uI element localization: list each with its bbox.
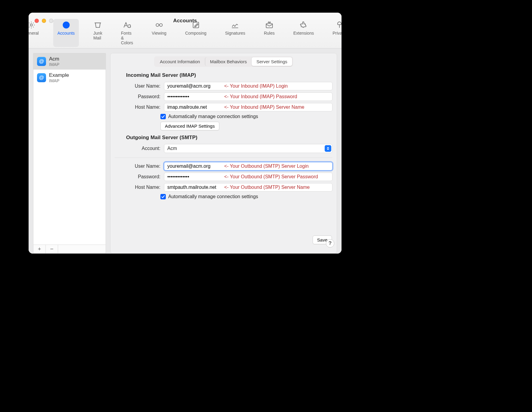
accounts-list: @ Acm IMAP@ Example IMAP xyxy=(33,53,106,245)
toolbar-item-accounts[interactable]: @ Accounts xyxy=(53,19,79,47)
account-name: Example xyxy=(49,72,69,78)
incoming-username-label: User Name: xyxy=(115,83,164,89)
advanced-imap-button[interactable]: Advanced IMAP Settings xyxy=(160,122,219,130)
tab-account-information[interactable]: Account Information xyxy=(155,57,205,66)
outgoing-host-input[interactable] xyxy=(164,183,332,192)
tab-mailbox-behaviors[interactable]: Mailbox Behaviors xyxy=(205,57,252,66)
outgoing-account-value: Acm xyxy=(167,146,177,151)
remove-account-button[interactable]: − xyxy=(46,245,58,253)
svg-point-4 xyxy=(159,23,162,26)
toolbar-item-label: Signatures xyxy=(225,31,245,36)
account-protocol: IMAP xyxy=(49,78,69,83)
outgoing-host-label: Host Name: xyxy=(115,185,164,190)
toolbar-item-label: Composing xyxy=(185,31,206,36)
toolbar-item-rules[interactable]: Rules xyxy=(260,19,279,47)
at-icon: @ xyxy=(37,57,46,66)
toolbar-item-label: Rules xyxy=(264,31,275,36)
toolbar-item-label: Accounts xyxy=(57,31,75,36)
svg-point-0 xyxy=(30,24,32,26)
junk-icon xyxy=(94,21,102,30)
toolbar-item-label: Privacy xyxy=(332,31,342,36)
accounts-sidebar: @ Acm IMAP@ Example IMAP + − xyxy=(33,53,106,254)
general-icon xyxy=(29,21,36,30)
extensions-icon xyxy=(299,21,308,30)
account-row[interactable]: @ Example IMAP xyxy=(33,70,106,86)
account-name: Acm xyxy=(49,56,59,62)
composing-icon xyxy=(192,21,200,30)
incoming-password-input[interactable] xyxy=(164,92,332,101)
at-icon: @ xyxy=(37,73,46,82)
incoming-host-input[interactable] xyxy=(164,103,332,111)
signatures-icon xyxy=(231,21,239,30)
incoming-auto-label: Automatically manage connection settings xyxy=(168,114,258,119)
outgoing-password-label: Password: xyxy=(115,174,164,179)
toolbar-item-privacy[interactable]: Privacy xyxy=(328,19,342,47)
incoming-username-input[interactable] xyxy=(164,82,332,90)
outgoing-username-label: User Name: xyxy=(115,164,164,169)
fonts-icon xyxy=(123,21,131,30)
incoming-auto-checkbox[interactable] xyxy=(160,114,166,119)
account-protocol: IMAP xyxy=(49,62,59,67)
incoming-host-label: Host Name: xyxy=(115,105,164,110)
accounts-list-footer: + − xyxy=(33,245,106,254)
outgoing-auto-checkbox[interactable] xyxy=(160,194,166,199)
incoming-password-label: Password: xyxy=(115,94,164,99)
toolbar-item-label: Extensions xyxy=(293,31,314,36)
help-button[interactable]: ? xyxy=(326,239,334,248)
privacy-icon xyxy=(335,21,342,30)
toolbar-item-junk[interactable]: Junk Mail xyxy=(89,19,107,47)
rules-icon xyxy=(265,21,274,30)
toolbar-item-label: Junk Mail xyxy=(93,31,102,40)
viewing-icon xyxy=(155,21,163,30)
add-account-button[interactable]: + xyxy=(33,245,46,253)
toolbar-item-label: General xyxy=(29,31,39,36)
outgoing-username-input[interactable] xyxy=(164,162,332,170)
outgoing-section-title: Outgoing Mail Server (SMTP) xyxy=(126,135,331,141)
svg-point-3 xyxy=(156,23,159,26)
account-detail-panel: Account InformationMailbox BehaviorsServ… xyxy=(110,53,337,254)
preferences-window: Accounts General@ Accounts Junk Mail Fon… xyxy=(29,13,342,254)
toolbar-item-label: Fonts & Colors xyxy=(121,31,133,45)
account-tabs: Account InformationMailbox BehaviorsServ… xyxy=(154,56,293,67)
toolbar-item-general[interactable]: General xyxy=(29,19,43,47)
outgoing-account-select[interactable]: Acm xyxy=(164,144,332,153)
tab-server-settings[interactable]: Server Settings xyxy=(252,57,292,66)
titlebar: Accounts General@ Accounts Junk Mail Fon… xyxy=(29,13,342,48)
divider xyxy=(115,158,332,158)
toolbar-item-viewing[interactable]: Viewing xyxy=(147,19,171,47)
window-body: @ Acm IMAP@ Example IMAP + − Account Inf… xyxy=(29,48,342,254)
toolbar-item-fonts[interactable]: Fonts & Colors xyxy=(117,19,137,47)
accounts-icon: @ xyxy=(62,21,70,30)
svg-rect-6 xyxy=(266,23,272,28)
toolbar-item-signatures[interactable]: Signatures xyxy=(221,19,249,47)
svg-text:@: @ xyxy=(64,22,68,27)
outgoing-password-input[interactable] xyxy=(164,173,332,181)
outgoing-auto-label: Automatically manage connection settings xyxy=(168,194,258,199)
account-row[interactable]: @ Acm IMAP xyxy=(33,53,106,70)
select-arrows-icon xyxy=(325,145,331,152)
prefs-toolbar: General@ Accounts Junk Mail Fonts & Colo… xyxy=(29,19,342,47)
outgoing-account-label: Account: xyxy=(115,146,164,151)
toolbar-item-composing[interactable]: Composing xyxy=(181,19,211,47)
incoming-section-title: Incoming Mail Server (IMAP) xyxy=(126,72,331,78)
toolbar-item-label: Viewing xyxy=(152,31,166,36)
toolbar-item-extensions[interactable]: Extensions xyxy=(289,19,318,47)
